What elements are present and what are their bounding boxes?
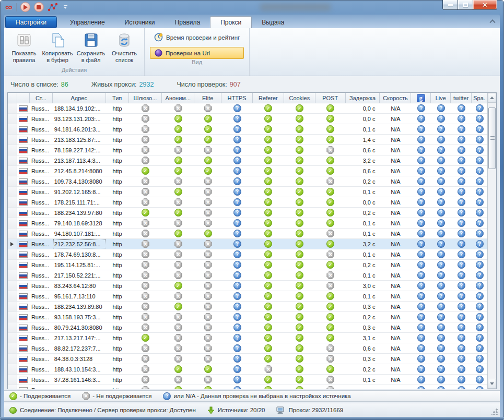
column-header-post[interactable]: POST	[315, 93, 346, 103]
table-row[interactable]: Russ...80.79.241.30:8080http0,3 сN/A	[8, 322, 487, 333]
status-check-icon	[296, 230, 303, 237]
table-row[interactable]: Russ...212.45.8.214:8080http0,6 сN/A	[8, 166, 487, 176]
status-check-icon	[326, 188, 334, 196]
status-cross-icon	[142, 313, 149, 321]
maximize-button[interactable]	[458, 0, 473, 10]
table-row[interactable]: Russ...178.215.111.71:...http0,0 сN/A	[8, 197, 487, 208]
column-header-flag[interactable]	[17, 93, 30, 103]
column-header-referer[interactable]: Referer	[253, 93, 284, 103]
table-row[interactable]: Russ...91.202.12.165:8...http0,1 сN/A	[8, 187, 487, 197]
column-header-address[interactable]: Адрес	[53, 93, 106, 103]
status-cross-icon	[204, 261, 212, 269]
column-header-delay[interactable]: Задержка	[346, 93, 380, 103]
copy-to-clipboard-button[interactable]: Копировать в буфер	[41, 30, 74, 67]
status-question-icon	[233, 344, 241, 352]
cell-speed: N/A	[380, 281, 412, 291]
table-row[interactable]: Russ...http	[8, 385, 487, 389]
vertical-scrollbar[interactable]	[487, 93, 496, 389]
save-to-file-button[interactable]: Сохранить в файл	[74, 30, 108, 67]
check-time-rating-button[interactable]: Время проверки и рейтинг	[150, 31, 244, 43]
column-header-cookies[interactable]: Cookies	[284, 93, 315, 103]
status-cross-icon	[174, 219, 182, 227]
column-header-twitter[interactable]: twitter	[451, 93, 472, 103]
show-rules-button[interactable]: Показать правила	[7, 30, 41, 67]
column-header-https[interactable]: HTTPS	[221, 93, 253, 103]
cell-address: 94.180.107.181:...	[53, 229, 106, 238]
russia-flag-icon	[19, 377, 28, 383]
cell-twitter	[451, 229, 472, 238]
status-check-icon	[264, 376, 272, 383]
tab-nastroyki[interactable]: Настройки	[5, 16, 57, 28]
resize-grip[interactable]	[491, 409, 498, 415]
table-row[interactable]: Russ...188.43.10.154:3...http0,2 сN/A	[8, 364, 487, 375]
cell-speed: N/A	[380, 229, 412, 238]
row-indicator-cell	[8, 197, 17, 207]
column-header-type[interactable]: Тип	[106, 93, 129, 103]
table-row[interactable]: Russ...213.183.125.87:...http1,4 сN/A	[8, 135, 487, 145]
stop-button[interactable]	[34, 2, 44, 12]
status-question-icon	[437, 198, 445, 206]
rating-graph-button[interactable]	[48, 3, 58, 12]
table-row[interactable]: Russ...109.73.4.130:8080http0,2 сN/A	[8, 176, 487, 187]
table-row[interactable]: Russ...37.28.161.146:3...http0,1 сN/A	[8, 375, 487, 385]
column-header-spam[interactable]: Spa.	[472, 93, 487, 103]
table-row[interactable]: Russ...93.123.131.203:...http0,0 сN/A	[8, 114, 487, 124]
tab-pravila[interactable]: Правила	[165, 16, 210, 28]
column-header-google[interactable]: g	[411, 93, 431, 103]
table-row[interactable]: Russ...217.13.217.147:...http3,1 сN/A	[8, 333, 487, 343]
status-cross-icon	[142, 136, 149, 143]
table-row[interactable]: Russ...188.134.19.102:...http0,0 сN/A	[8, 103, 487, 114]
scrollbar-thumb[interactable]	[488, 107, 496, 169]
table-row[interactable]: Russ...217.150.52.221:...http0,1 сN/A	[8, 270, 487, 281]
table-row[interactable]: Russ...178.74.69.130:8...http0,1 сN/A	[8, 249, 487, 260]
cell-flag	[17, 302, 30, 311]
column-header-speed[interactable]: Скорость	[380, 93, 411, 103]
status-question-icon	[437, 250, 445, 258]
table-row[interactable]: Russ...95.161.7.13:110http0,1 сN/A	[8, 291, 487, 302]
table-row[interactable]: Russ...93.158.193.75:3...http0,2 сN/A	[8, 312, 487, 322]
status-question-icon	[437, 146, 445, 154]
scroll-up-button[interactable]	[488, 93, 496, 103]
column-header-gateway[interactable]: Шлюзо...	[129, 93, 162, 103]
tab-upravlenie[interactable]: Управление	[60, 16, 115, 28]
status-question-icon	[437, 344, 445, 352]
question-icon	[163, 392, 171, 400]
status-cross-icon	[142, 219, 149, 227]
status-question-icon	[476, 240, 484, 248]
ribbon-collapse-chevron-icon[interactable]	[490, 19, 497, 23]
status-question-icon	[233, 240, 241, 248]
tab-proksi[interactable]: Прокси	[210, 16, 252, 28]
table-row[interactable]: Russ...188.234.139.97:80http0,2 сN/A	[8, 208, 487, 218]
qat-customize-dropdown-icon[interactable]	[64, 5, 67, 9]
table-row[interactable]: Russ...195.114.125.81:...http0,2 сN/A	[8, 260, 487, 270]
russia-flag-icon	[19, 325, 28, 331]
column-header-live[interactable]: Live	[431, 93, 451, 103]
tab-vydacha[interactable]: Выдача	[252, 16, 294, 28]
table-row[interactable]: Russ...94.181.46.201:3...http0,1 сN/A	[8, 124, 487, 135]
table-row[interactable]: Russ...84.38.0.3:3128http0,3 сN/A	[8, 354, 487, 364]
table-row[interactable]: Russ...79.140.18.69:3128http0,1 сN/A	[8, 218, 487, 229]
start-button[interactable]	[20, 2, 30, 12]
clear-list-button[interactable]: Очистить список	[108, 30, 141, 67]
close-button[interactable]: ✕	[473, 0, 497, 10]
column-header-elite[interactable]: Elite	[194, 93, 221, 103]
cell-gateway	[129, 302, 162, 311]
cell-https	[221, 176, 253, 186]
scroll-down-button[interactable]	[488, 379, 496, 389]
status-cross-icon	[174, 292, 182, 300]
table-row[interactable]: Russ...188.234.139.89:80http0,3 сN/A	[8, 302, 487, 312]
url-checks-button[interactable]: Проверки на Url	[150, 47, 244, 59]
table-row[interactable]: Russ...88.82.172.237:7...http0,6 сN/A	[8, 343, 487, 354]
column-header-country[interactable]: Ст...	[30, 93, 53, 103]
column-header-anonymous[interactable]: Аноним...	[162, 93, 194, 103]
table-row[interactable]: Russ...213.187.113.4:3...http3,2 сN/A	[8, 155, 487, 166]
cell-country: Russ...	[30, 364, 53, 374]
tab-istochniki[interactable]: Источники	[115, 16, 165, 28]
table-row[interactable]: Russ...78.159.227.142:...http0,6 сN/A	[8, 145, 487, 155]
column-header-indicator[interactable]	[8, 93, 17, 103]
table-row[interactable]: Russ...94.180.107.181:...http0,1 сN/A	[8, 229, 487, 239]
table-row[interactable]: Russ...83.243.64.12:80http3,0 сN/A	[8, 281, 487, 291]
minimize-button[interactable]	[442, 0, 458, 10]
table-row[interactable]: Russ...212.232.52.56:8...http3,2 сN/A	[8, 239, 487, 249]
maximize-icon	[463, 3, 468, 7]
